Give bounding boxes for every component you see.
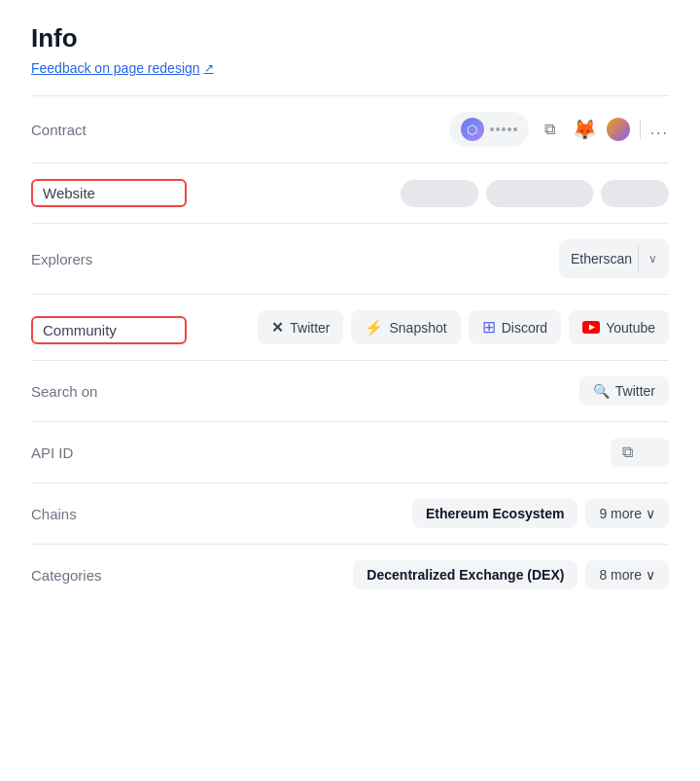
api-id-label: API ID [31,444,187,461]
contract-row: Contract ⬡ ⧉ 🦊 ... [31,95,669,162]
twitter-community-button[interactable]: ✕ Twitter [258,310,343,344]
metamask-button[interactable]: 🦊 [572,116,599,143]
rainbow-button[interactable] [607,118,630,141]
feedback-link[interactable]: Feedback on page redesign ↗ [31,60,214,76]
contract-pill: ⬡ [449,112,529,147]
discord-community-button[interactable]: ⊞ Discord [469,310,561,344]
explorer-sep [638,245,639,272]
snapshot-community-button[interactable]: ⚡ Snapshot [351,310,460,344]
chains-row: Chains Ethereum Ecosystem 9 more ∨ [31,482,669,544]
explorers-content: Etherscan ∨ [187,239,669,278]
page-title: Info [31,23,669,53]
twitter-icon: ✕ [271,319,284,337]
info-panel: Info Feedback on page redesign ↗ Contrac… [0,0,700,628]
categories-more-button[interactable]: 8 more ∨ [585,560,669,589]
explorers-label: Explorers [31,251,187,267]
api-id-content: ⧉ [187,438,669,467]
website-content [187,180,669,207]
website-placeholder-1 [401,180,478,207]
search-twitter-button[interactable]: 🔍 Twitter [579,376,669,406]
contract-content: ⬡ ⧉ 🦊 ... [187,112,669,147]
chains-label: Chains [31,506,187,522]
categories-label: Categories [31,567,187,584]
youtube-icon [582,321,600,334]
ethereum-icon: ⬡ [461,118,484,141]
categories-content: Decentralized Exchange (DEX) 8 more ∨ [187,560,669,589]
ethereum-ecosystem-button[interactable]: Ethereum Ecosystem [412,499,578,528]
snapshot-icon: ⚡ [365,319,383,337]
more-options-button[interactable]: ... [650,121,669,138]
website-row: Website [31,162,669,223]
chevron-down-icon: ∨ [648,252,657,266]
search-icon: 🔍 [593,383,610,399]
community-buttons: ✕ Twitter ⚡ Snapshot ⊞ Discord [187,310,669,344]
chains-more-button[interactable]: 9 more ∨ [585,499,669,528]
chains-content: Ethereum Ecosystem 9 more ∨ [187,499,669,528]
chevron-down-icon: ∨ [646,506,655,521]
vertical-divider [640,120,641,139]
community-row: Community ✕ Twitter ⚡ Snapshot ⊞ Discord [31,294,669,360]
api-id-row: API ID ⧉ [31,421,669,482]
search-on-row: Search on 🔍 Twitter [31,360,669,421]
chevron-down-icon: ∨ [646,567,655,583]
website-placeholder-3 [601,180,669,207]
website-label: Website [31,179,187,207]
dex-category-button[interactable]: Decentralized Exchange (DEX) [353,560,578,589]
discord-icon: ⊞ [482,317,496,337]
copy-contract-button[interactable]: ⧉ [537,116,564,143]
website-placeholder-2 [486,180,593,207]
community-label: Community [31,316,187,344]
search-on-label: Search on [31,383,187,400]
external-link-icon: ↗ [204,61,214,75]
explorers-row: Explorers Etherscan ∨ [31,223,669,294]
api-id-box: ⧉ [611,438,669,467]
copy-api-id-button[interactable]: ⧉ [622,444,633,461]
search-on-content: 🔍 Twitter [187,376,669,406]
youtube-community-button[interactable]: Youtube [569,310,669,344]
contract-label: Contract [31,122,187,138]
contract-address-dots [490,127,517,131]
categories-row: Categories Decentralized Exchange (DEX) … [31,544,669,605]
etherscan-button[interactable]: Etherscan ∨ [559,239,669,278]
community-label-wrap: Community [31,310,187,344]
